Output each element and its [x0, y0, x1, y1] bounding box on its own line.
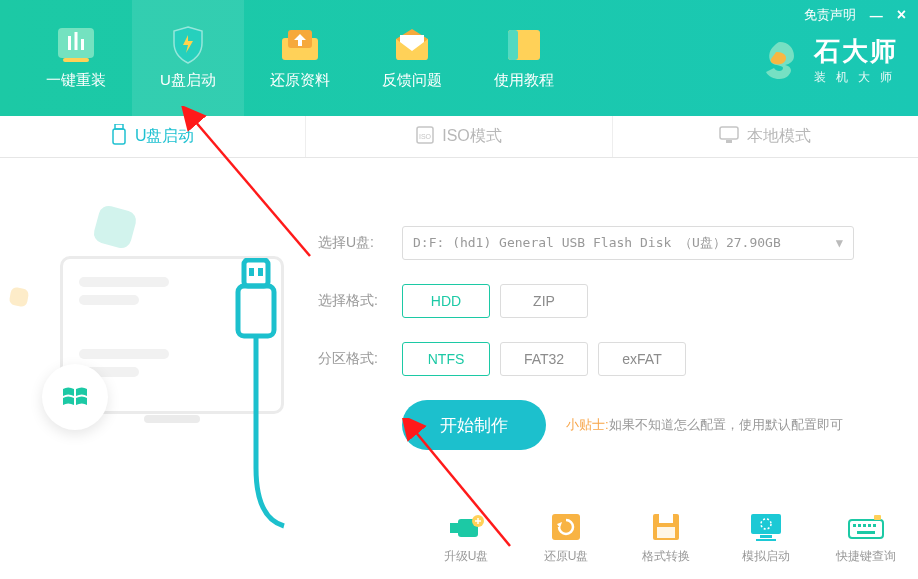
svg-rect-36 [863, 524, 866, 527]
svg-rect-4 [63, 58, 89, 62]
nav-label: U盘启动 [160, 71, 216, 90]
tab-usb-boot[interactable]: U盘启动 [0, 116, 306, 157]
book-icon [502, 27, 546, 63]
reinstall-icon [54, 27, 98, 63]
nav-feedback[interactable]: 反馈问题 [356, 0, 468, 116]
tab-iso-mode[interactable]: ISO ISO模式 [306, 116, 612, 157]
disclaimer-link[interactable]: 免责声明 [804, 6, 856, 24]
nav-label: 还原资料 [270, 71, 330, 90]
label-select-usb: 选择U盘: [318, 234, 390, 252]
tool-label: 格式转换 [642, 548, 690, 565]
iso-icon: ISO [416, 126, 434, 148]
shield-usb-icon [166, 27, 210, 63]
format-option-zip[interactable]: ZIP [500, 284, 588, 318]
tab-label: 本地模式 [747, 126, 811, 147]
tool-upgrade-usb[interactable]: 升级U盘 [430, 512, 502, 565]
hint-body: 如果不知道怎么配置，使用默认配置即可 [609, 417, 843, 432]
tool-simulate-boot[interactable]: 模拟启动 [730, 512, 802, 565]
floppy-icon [646, 512, 686, 542]
svg-rect-12 [113, 129, 125, 144]
title-bar: 一键重装 U盘启动 还原资料 反馈问题 使用教程 [0, 0, 918, 116]
svg-rect-16 [726, 140, 732, 143]
svg-rect-40 [874, 515, 881, 520]
svg-rect-15 [720, 127, 738, 139]
windows-badge-icon [42, 364, 108, 430]
format-option-hdd[interactable]: HDD [402, 284, 490, 318]
keyboard-icon [846, 512, 886, 542]
monitor-icon [719, 126, 739, 148]
svg-rect-29 [751, 514, 781, 534]
svg-rect-19 [258, 268, 263, 276]
partition-option-fat32[interactable]: FAT32 [500, 342, 588, 376]
usb-restore-icon [546, 512, 586, 542]
brand-logo-icon [758, 38, 802, 82]
tab-label: U盘启动 [135, 126, 195, 147]
usb-dropdown[interactable]: D:F: (hd1) General USB Flash Disk （U盘）27… [402, 226, 854, 260]
minimize-button[interactable]: — [870, 8, 883, 23]
hint-label: 小贴士: [566, 417, 609, 432]
svg-rect-2 [75, 32, 78, 50]
svg-rect-33 [849, 520, 883, 538]
usb-upgrade-icon [446, 512, 486, 542]
label-format: 选择格式: [318, 292, 390, 310]
svg-rect-28 [657, 527, 675, 538]
svg-text:ISO: ISO [419, 133, 432, 140]
nav-label: 反馈问题 [382, 71, 442, 90]
svg-rect-39 [857, 531, 875, 534]
usb-dropdown-value: D:F: (hd1) General USB Flash Disk （U盘）27… [413, 234, 781, 252]
tab-local-mode[interactable]: 本地模式 [613, 116, 918, 157]
svg-rect-24 [552, 514, 580, 540]
svg-rect-20 [238, 286, 274, 336]
hint-text: 小贴士:如果不知道怎么配置，使用默认配置即可 [566, 416, 843, 434]
restore-box-icon [278, 27, 322, 63]
svg-rect-38 [873, 524, 876, 527]
svg-rect-34 [853, 524, 856, 527]
svg-rect-18 [249, 268, 254, 276]
nav-restore[interactable]: 还原资料 [244, 0, 356, 116]
bottom-toolbar: 升级U盘 还原U盘 格式转换 模拟启动 快捷键查询 [430, 512, 902, 565]
nav-label: 使用教程 [494, 71, 554, 90]
tool-label: 升级U盘 [444, 548, 489, 565]
tab-label: ISO模式 [442, 126, 502, 147]
nav-usb-boot[interactable]: U盘启动 [132, 0, 244, 116]
tool-format-convert[interactable]: 格式转换 [630, 512, 702, 565]
start-button[interactable]: 开始制作 [402, 400, 546, 450]
partition-option-ntfs[interactable]: NTFS [402, 342, 490, 376]
deco-icon [92, 204, 139, 251]
svg-rect-10 [508, 30, 518, 60]
illustration-panel [0, 158, 308, 579]
nav-reinstall[interactable]: 一键重装 [20, 0, 132, 116]
close-button[interactable]: × [897, 6, 906, 24]
svg-rect-37 [868, 524, 871, 527]
svg-rect-35 [858, 524, 861, 527]
svg-rect-27 [659, 514, 673, 523]
label-partition: 分区格式: [318, 350, 390, 368]
brand-subtitle: 装机大师 [814, 69, 902, 86]
tool-restore-usb[interactable]: 还原U盘 [530, 512, 602, 565]
tool-label: 还原U盘 [544, 548, 589, 565]
header-right: 免责声明 — × 石大师 装机大师 [746, 0, 918, 92]
monitor-boot-icon [746, 512, 786, 542]
deco-icon [9, 287, 30, 308]
envelope-icon [390, 27, 434, 63]
mode-tabs: U盘启动 ISO ISO模式 本地模式 [0, 116, 918, 158]
svg-rect-31 [756, 539, 776, 541]
usb-small-icon [111, 124, 127, 150]
tool-label: 模拟启动 [742, 548, 790, 565]
svg-rect-30 [760, 535, 772, 538]
svg-rect-21 [450, 523, 458, 533]
nav-tutorial[interactable]: 使用教程 [468, 0, 580, 116]
svg-rect-17 [244, 260, 268, 286]
svg-rect-1 [68, 36, 71, 50]
brand-title: 石大师 [814, 34, 902, 69]
partition-option-exfat[interactable]: exFAT [598, 342, 686, 376]
nav-label: 一键重装 [46, 71, 106, 90]
usb-cable-icon [226, 258, 286, 552]
brand: 石大师 装机大师 [758, 34, 902, 86]
svg-rect-3 [81, 39, 84, 50]
main-nav: 一键重装 U盘启动 还原资料 反馈问题 使用教程 [0, 0, 580, 116]
tool-hotkey-lookup[interactable]: 快捷键查询 [830, 512, 902, 565]
tool-label: 快捷键查询 [836, 548, 896, 565]
chevron-down-icon: ▼ [836, 236, 843, 250]
